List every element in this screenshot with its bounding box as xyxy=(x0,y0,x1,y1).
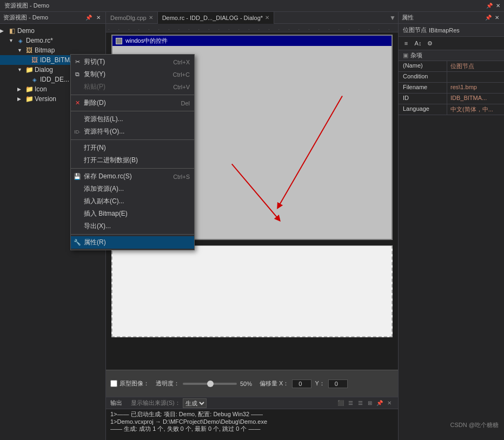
props-alpha-btn[interactable]: A↕ xyxy=(413,38,423,49)
context-menu: ✂ 剪切(T) Ctrl+X ⧉ 复制(Y) Ctrl+C 粘贴(P) Ctrl… xyxy=(70,54,195,250)
close-output-icon[interactable]: ✕ xyxy=(385,399,394,408)
tab-bar: DemoDlg.cpp ✕ Demo.rc - IDD_D..._DIALOG … xyxy=(106,12,398,24)
props-settings-btn[interactable]: ⚙ xyxy=(425,38,435,49)
props-row-filename: Filename res\1.bmp xyxy=(399,83,504,94)
props-category-btn[interactable]: ≡ xyxy=(401,38,412,49)
tree-item-idd-label: IDD_DE... xyxy=(40,76,69,83)
properties-icon: 🔧 xyxy=(74,239,81,246)
bitmap-file-icon: 🖼 xyxy=(30,56,39,64)
ctx-paste[interactable]: 粘贴(P) Ctrl+V xyxy=(71,81,194,93)
tree-item-demorc[interactable]: ▼ ◈ Demo.rc* xyxy=(0,36,105,45)
output-icon-3[interactable]: ☰ xyxy=(356,399,364,408)
ctx-open[interactable]: 打开(N) xyxy=(71,142,194,154)
output-content: 1>—— 已启动生成: 项目: Demo, 配置: Debug Win32 ——… xyxy=(106,409,398,440)
ctx-cut-shortcut: Ctrl+X xyxy=(173,59,190,65)
props-node-id: IBitmapRes xyxy=(429,27,460,34)
props-title-label: 属性 xyxy=(402,14,414,22)
tree-item-demo[interactable]: ▶ ◧ Demo xyxy=(0,26,105,36)
dialog-preview-lower xyxy=(111,245,393,337)
props-key-id: ID xyxy=(399,94,447,104)
properties-panel: 属性 📌 ✕ 位图节点 IBitmapRes ≡ A↕ ⚙ ▣ 杂项 xyxy=(398,12,504,440)
transparency-slider[interactable] xyxy=(183,383,237,385)
ctx-copy[interactable]: ⧉ 复制(Y) Ctrl+C xyxy=(71,68,194,81)
ctx-sep-4 xyxy=(71,168,194,169)
tab-overflow-button[interactable]: ▼ xyxy=(387,14,398,22)
ctx-insert[interactable]: 插入副本(C)... xyxy=(71,195,194,208)
ctx-properties[interactable]: 🔧 属性(R) xyxy=(71,236,194,249)
props-pin-btn[interactable]: 📌 xyxy=(485,14,492,22)
ctx-sep-1 xyxy=(71,95,194,95)
props-value-language[interactable]: 中文(简体，中... xyxy=(447,104,504,115)
output-line-3: —— 生成: 成功 1 个, 失败 0 个, 最新 0 个, 跳过 0 个 —— xyxy=(110,425,394,433)
offset-y-input[interactable] xyxy=(328,379,348,388)
prototype-checkbox[interactable] xyxy=(110,380,117,387)
ctx-openbinary-label: 打开二进制数据(B) xyxy=(84,156,190,165)
ctx-delete-label: 删除(D) xyxy=(84,98,172,108)
props-node-label: 位图节点 xyxy=(403,26,427,34)
output-title-label: 输出 xyxy=(110,399,122,407)
output-source-select[interactable]: 生成 xyxy=(183,398,207,408)
props-section-label: 杂项 xyxy=(410,51,422,59)
pin-button[interactable]: 📌 xyxy=(486,2,493,10)
sidebar-title-bar: 资源视图 - Demo 📌 ✕ xyxy=(0,12,105,24)
tab-demorc-close[interactable]: ✕ xyxy=(265,15,269,21)
tab-demodlg[interactable]: DemoDlg.cpp ✕ xyxy=(106,12,158,24)
ctx-sep-5 xyxy=(71,234,194,235)
props-value-id[interactable]: IDB_BITMA... xyxy=(447,94,504,104)
props-value-condition[interactable] xyxy=(447,72,504,82)
ctx-insertbmp[interactable]: 插入 Bitmap(E) xyxy=(71,208,194,220)
idsym-icon: ID· xyxy=(74,129,81,135)
tree-item-demo-label: Demo xyxy=(17,27,35,35)
ctx-delete[interactable]: ✕ 删除(D) Del xyxy=(71,97,194,109)
output-icon-4[interactable]: ⊞ xyxy=(366,399,374,408)
ctx-export[interactable]: 导出(X)... xyxy=(71,220,194,232)
demo-folder-icon: ◧ xyxy=(8,26,16,35)
ctx-idsym[interactable]: ID· 资源符号(O)... xyxy=(71,125,194,138)
sidebar-pin-btn[interactable]: 📌 xyxy=(85,14,92,22)
ctx-addresource[interactable]: 添加资源(A)... xyxy=(71,183,194,195)
prototype-label: 原型图像： xyxy=(120,379,149,388)
output-line-2: 1>Demo.vcxproj → D:\MFCProject\Demo\Debu… xyxy=(110,418,394,425)
tab-demodlg-close[interactable]: ✕ xyxy=(149,15,153,21)
output-icon-1[interactable]: ⬛ xyxy=(336,399,345,408)
transparency-thumb xyxy=(207,381,214,387)
ctx-copy-shortcut: Ctrl+C xyxy=(173,71,190,78)
editor-ruler: ........................................… xyxy=(106,24,398,32)
ctx-cut-label: 剪切(T) xyxy=(84,57,164,66)
pin-output-icon[interactable]: 📌 xyxy=(375,399,384,408)
offset-x-input[interactable] xyxy=(292,379,311,388)
bitmap-folder-icon: 🖼 xyxy=(25,46,34,55)
props-value-filename[interactable]: res\1.bmp xyxy=(447,83,504,93)
props-row-name: (Name) 位图节点 xyxy=(399,61,504,72)
ctx-save-shortcut: Ctrl+S xyxy=(173,174,190,180)
output-icon-2[interactable]: ☰ xyxy=(346,399,355,408)
output-title-bar: 输出 显示输出来源(S)： 生成 ⬛ ☰ ☰ ⊞ 📌 ✕ xyxy=(106,397,398,409)
ctx-delete-shortcut: Del xyxy=(181,100,190,106)
ctx-openbinary[interactable]: 打开二进制数据(B) xyxy=(71,154,194,166)
ctx-insert-label: 插入副本(C)... xyxy=(84,197,190,206)
save-icon: 💾 xyxy=(74,173,81,180)
cut-icon: ✂ xyxy=(74,58,81,65)
copy-icon: ⧉ xyxy=(74,71,81,78)
props-key-filename: Filename xyxy=(399,83,447,93)
dialog-file-icon: ◈ xyxy=(30,75,39,84)
props-value-name[interactable]: 位图节点 xyxy=(447,61,504,71)
ctx-cut[interactable]: ✂ 剪切(T) Ctrl+X xyxy=(71,56,194,68)
sidebar-close-btn[interactable]: ✕ xyxy=(95,14,102,22)
output-line-1: 1>—— 已启动生成: 项目: Demo, 配置: Debug Win32 —— xyxy=(110,410,394,418)
close-button[interactable]: ✕ xyxy=(494,2,502,10)
dialog-folder-icon: 📁 xyxy=(25,65,34,74)
ctx-save[interactable]: 💾 保存 Demo.rc(S) Ctrl+S xyxy=(71,170,194,183)
rc-icon: ◈ xyxy=(16,36,25,45)
ctx-include[interactable]: 资源包括(L)... xyxy=(71,113,194,125)
props-close-btn[interactable]: ✕ xyxy=(493,14,501,22)
props-key-name: (Name) xyxy=(399,61,447,71)
output-panel: 输出 显示输出来源(S)： 生成 ⬛ ☰ ☰ ⊞ 📌 ✕ 1>—— xyxy=(106,397,398,440)
prototype-check-container: 原型图像： xyxy=(110,379,149,388)
tab-demodlg-label: DemoDlg.cpp xyxy=(110,15,147,21)
tab-demorc[interactable]: Demo.rc - IDD_D..._DIALOG - Dialog* ✕ xyxy=(158,12,274,24)
props-title-bar: 属性 📌 ✕ xyxy=(399,12,504,24)
ctx-include-label: 资源包括(L)... xyxy=(84,115,190,124)
ctx-properties-label: 属性(R) xyxy=(84,238,190,247)
transparency-label: 透明度： xyxy=(156,379,180,388)
